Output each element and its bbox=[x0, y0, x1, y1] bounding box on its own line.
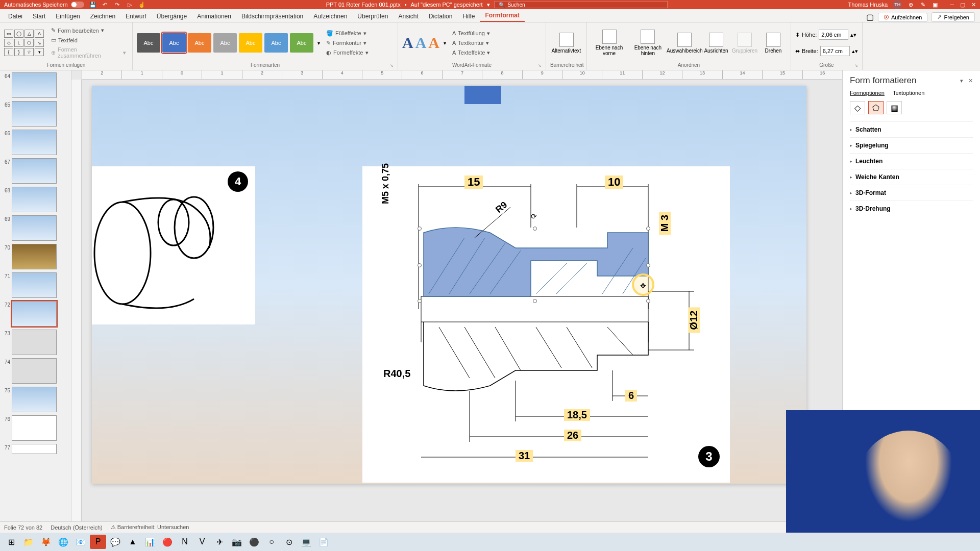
fill-button[interactable]: 🪣 Fülleffekte ▾ bbox=[324, 29, 371, 38]
align-button[interactable]: Ausrichten bbox=[703, 32, 729, 55]
saved-location[interactable]: Auf "diesem PC" gespeichert bbox=[411, 2, 483, 8]
section-leuchten[interactable]: Leuchten bbox=[850, 153, 973, 169]
close-icon[interactable]: ✕ bbox=[971, 2, 976, 8]
slide-thumb[interactable] bbox=[12, 158, 57, 184]
slide-thumb[interactable] bbox=[12, 215, 57, 241]
wordart-2[interactable]: A bbox=[415, 34, 427, 52]
slide-thumb[interactable] bbox=[12, 415, 57, 441]
blue-rectangle[interactable] bbox=[464, 86, 501, 104]
undo-icon[interactable]: ↶ bbox=[102, 1, 109, 8]
styles-dialog-icon[interactable]: ↘ bbox=[390, 63, 394, 68]
tab-dictation[interactable]: Dictation bbox=[424, 11, 458, 22]
slideshow-icon[interactable]: ▷ bbox=[126, 1, 133, 8]
accessibility-check[interactable]: ⚠ Barrierefreiheit: Untersuchen bbox=[111, 524, 189, 531]
style-swatch-7[interactable]: Abc bbox=[290, 33, 313, 53]
redo-icon[interactable]: ↷ bbox=[114, 1, 121, 8]
slide-canvas-area[interactable]: 21012345678910111213141516 4 bbox=[71, 70, 842, 540]
texteffects-button[interactable]: A Texteffekte ▾ bbox=[450, 48, 492, 57]
section-schatten[interactable]: Schatten bbox=[850, 121, 973, 137]
slide-thumbnails[interactable]: 64 65 66 67 68 69 70 71 72 73 74 75 76 7… bbox=[0, 70, 71, 540]
width-input[interactable] bbox=[820, 46, 850, 56]
language-indicator[interactable]: Deutsch (Österreich) bbox=[51, 524, 102, 531]
selection-handle[interactable] bbox=[646, 227, 650, 231]
selection-handle[interactable] bbox=[418, 299, 422, 303]
effects-button[interactable]: ◐ Formeffekte ▾ bbox=[324, 48, 371, 57]
share-button[interactable]: ↗Freigeben bbox=[932, 12, 975, 22]
size-props-icon[interactable]: ▦ bbox=[887, 101, 902, 114]
wordart-3[interactable]: A bbox=[428, 34, 439, 52]
save-icon[interactable]: 💾 bbox=[89, 1, 96, 8]
section-spiegelung[interactable]: Spiegelung bbox=[850, 137, 973, 153]
tab-zeichnen[interactable]: Zeichnen bbox=[85, 11, 120, 22]
size-dialog-icon[interactable]: ↘ bbox=[854, 63, 858, 68]
search-input[interactable]: 🔍 Suchen bbox=[494, 1, 668, 8]
section-3d-drehung[interactable]: 3D-Drehung bbox=[850, 201, 973, 216]
styles-more-icon[interactable]: ▾ bbox=[317, 40, 320, 46]
window-icon[interactable]: ▣ bbox=[932, 1, 939, 8]
slide-thumb[interactable] bbox=[12, 187, 57, 212]
user-avatar[interactable]: TH bbox=[893, 0, 902, 9]
style-swatch-2[interactable]: Abc bbox=[162, 33, 186, 53]
tab-uebergaenge[interactable]: Übergänge bbox=[152, 11, 192, 22]
alttext-button[interactable]: Alternativtext bbox=[550, 32, 582, 55]
height-input[interactable] bbox=[819, 30, 848, 40]
tab-formformat[interactable]: Formformat bbox=[480, 10, 524, 22]
app-icon[interactable]: 📷 bbox=[229, 535, 245, 549]
autosave-toggle[interactable]: Automatisches Speichern bbox=[4, 2, 84, 8]
tab-aufzeichnen[interactable]: Aufzeichnen bbox=[308, 11, 352, 22]
explorer-icon[interactable]: 📁 bbox=[20, 535, 37, 549]
selection-handle[interactable] bbox=[418, 227, 422, 231]
slide-thumb[interactable] bbox=[12, 72, 57, 98]
section-3d-format[interactable]: 3D-Format bbox=[850, 185, 973, 201]
tab-animationen[interactable]: Animationen bbox=[192, 11, 236, 22]
app-icon[interactable]: 📊 bbox=[142, 535, 158, 549]
telegram-icon[interactable]: ✈ bbox=[211, 535, 228, 549]
minimize-icon[interactable]: ─ bbox=[950, 2, 954, 8]
tab-hilfe[interactable]: Hilfe bbox=[457, 11, 480, 22]
slide-thumb[interactable] bbox=[12, 358, 57, 384]
slide-thumb[interactable] bbox=[12, 330, 57, 355]
maximize-icon[interactable]: ▢ bbox=[960, 2, 965, 8]
selection-handle[interactable] bbox=[646, 263, 650, 267]
style-swatch-5[interactable]: Abc bbox=[239, 33, 262, 53]
section-weiche-kanten[interactable]: Weiche Kanten bbox=[850, 169, 973, 185]
app-icon[interactable]: 💬 bbox=[107, 535, 124, 549]
vlc-icon[interactable]: ▲ bbox=[125, 535, 141, 549]
collapse-ribbon-icon[interactable]: ▢ bbox=[866, 12, 874, 22]
tab-bildschirmpraesentation[interactable]: Bildschirmpräsentation bbox=[236, 11, 308, 22]
app-icon[interactable]: ⊙ bbox=[281, 535, 297, 549]
edit-shape-button[interactable]: ✎ Form bearbeiten ▾ bbox=[49, 26, 128, 35]
slide[interactable]: 4 bbox=[92, 86, 806, 484]
send-backward-button[interactable]: Ebene nach hinten bbox=[629, 29, 667, 57]
user-name[interactable]: Thomas Hruska bbox=[848, 2, 888, 8]
textoutline-button[interactable]: A Textkontur ▾ bbox=[450, 39, 492, 47]
slide-thumb-active[interactable] bbox=[12, 301, 57, 327]
selection-handle[interactable] bbox=[418, 263, 422, 267]
slide-thumb[interactable] bbox=[12, 130, 57, 155]
wordart-1[interactable]: A bbox=[402, 34, 413, 52]
slide-thumb[interactable] bbox=[12, 272, 57, 298]
rotate-handle-icon[interactable]: ⟳ bbox=[531, 212, 537, 220]
pane-close-icon[interactable]: ✕ bbox=[968, 78, 973, 84]
tab-ansicht[interactable]: Ansicht bbox=[393, 11, 423, 22]
record-button[interactable]: ⦿Aufzeichnen bbox=[878, 13, 928, 22]
powerpoint-icon[interactable]: P bbox=[90, 535, 106, 549]
cloud-icon[interactable]: ⊕ bbox=[907, 1, 914, 8]
touch-icon[interactable]: ☝ bbox=[138, 1, 145, 8]
slide-thumb[interactable] bbox=[12, 387, 57, 412]
shape-gallery[interactable]: ▭◯△A ◇L⬡↘ {}☆▾ bbox=[4, 30, 44, 56]
slide-thumb[interactable] bbox=[12, 244, 57, 269]
app-icon[interactable]: ○ bbox=[263, 535, 280, 549]
slide-counter[interactable]: Folie 72 von 82 bbox=[4, 524, 42, 531]
textoptionen-tab[interactable]: Textoptionen bbox=[893, 90, 924, 96]
style-swatch-4[interactable]: Abc bbox=[213, 33, 237, 53]
wordart-dialog-icon[interactable]: ↘ bbox=[538, 63, 542, 68]
textfield-button[interactable]: ▭ Textfeld bbox=[49, 36, 128, 44]
app-icon[interactable]: 📄 bbox=[315, 535, 332, 549]
tab-datei[interactable]: Datei bbox=[3, 11, 28, 22]
outlook-icon[interactable]: 📧 bbox=[72, 535, 89, 549]
firefox-icon[interactable]: 🦊 bbox=[38, 535, 54, 549]
selection-handle[interactable] bbox=[646, 299, 650, 303]
style-swatch-1[interactable]: Abc bbox=[137, 33, 160, 53]
group-button[interactable]: Gruppieren bbox=[731, 32, 758, 55]
